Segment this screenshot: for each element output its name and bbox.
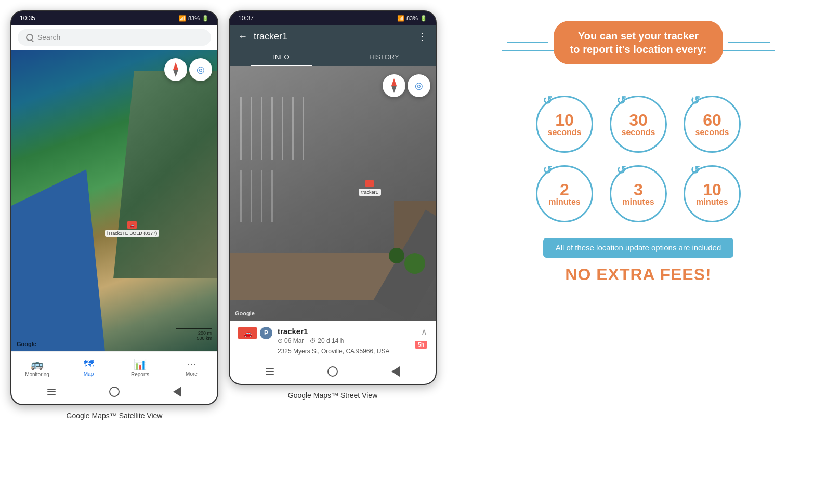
phone1-map[interactable]: ◎ 🚗 iTrack1TE BOLD (0177) Google 200 mi …: [11, 50, 217, 351]
clock-icon: ⊙: [278, 337, 283, 344]
phone1-bottom-nav: 🚌 Monitoring 🗺 Map 📊 Reports ··· More: [11, 351, 217, 381]
phone2-map[interactable]: tracker1 ◎ Google: [230, 66, 436, 321]
interval-arrow-60sec: ↺: [690, 94, 700, 108]
phone1-search-bar: Search: [11, 25, 217, 50]
tracker-address: 2325 Myers St, Oroville, CA 95966, USA: [278, 348, 415, 355]
menu-icon: [47, 389, 56, 395]
back2-triangle-icon: [391, 366, 400, 377]
included-text: All of these location update options are…: [556, 243, 721, 252]
parking-line: [271, 97, 273, 160]
more-dots-icon[interactable]: ⋮: [417, 30, 427, 43]
map-icon: 🗺: [84, 358, 94, 370]
parking-line: [261, 170, 262, 222]
tracker-car: 🚗: [127, 221, 137, 229]
google-watermark2: Google: [235, 310, 255, 316]
phone1-status-bar: 10:35 📶 83% 🔋: [11, 11, 217, 25]
back-triangle-icon: [173, 387, 181, 397]
menu2-line: [266, 368, 274, 369]
interval-number-2min: 2: [560, 181, 569, 198]
parking-line: [303, 97, 304, 160]
tab-info[interactable]: INFO: [230, 48, 333, 66]
phone1-compass[interactable]: [164, 58, 187, 81]
nav-map[interactable]: 🗺 Map: [63, 356, 114, 379]
interval-2min: ↺ 2 minutes: [536, 165, 593, 222]
phone2-status-bar: 10:37 📶 83% 🔋: [230, 11, 436, 25]
back-arrow-icon[interactable]: ←: [238, 31, 247, 42]
pin-badge: P: [260, 327, 272, 339]
nav-monitoring[interactable]: 🚌 Monitoring: [11, 356, 63, 379]
compass-icon: [173, 62, 178, 77]
phone1-caption: Google Maps™ Satellite View: [62, 405, 167, 426]
interval-number-10min: 10: [703, 181, 721, 198]
nav-more-label: More: [186, 371, 198, 377]
tracker-label2: tracker1: [359, 189, 381, 196]
promo-line-right: [723, 50, 775, 51]
interval-number-30sec: 30: [629, 112, 648, 128]
google-watermark: Google: [17, 341, 36, 347]
tracker-info-header: 🚗 P tracker1 ⊙ 06 Mar ⏱: [238, 327, 427, 355]
menu2-line: [266, 371, 274, 372]
scale-line: [176, 328, 212, 329]
parking-lot: [230, 66, 436, 321]
meta-uptime: ⏱ 20 d 14 h: [310, 337, 344, 344]
tracker-info-left: 🚗 P tracker1 ⊙ 06 Mar ⏱: [238, 327, 415, 355]
phone2-recents-button[interactable]: [389, 365, 402, 378]
phone1-frame: 10:35 📶 83% 🔋 Search: [10, 10, 218, 405]
phone2-home-button[interactable]: [326, 365, 339, 378]
interval-60sec: ↺ 60 seconds: [684, 96, 741, 153]
included-box: All of these location update options are…: [543, 238, 734, 258]
phone2-compass[interactable]: [383, 74, 405, 97]
phone1-location-button[interactable]: ◎: [189, 58, 212, 81]
tab-history-label: HISTORY: [369, 53, 399, 61]
tab-history[interactable]: HISTORY: [333, 48, 436, 66]
tracker-title: tracker1: [254, 31, 411, 42]
phone2-battery: 83%: [406, 15, 418, 21]
phone1-home-bar: [11, 381, 217, 404]
more-icon: ···: [187, 358, 196, 370]
phone2-location-button[interactable]: ◎: [408, 74, 430, 97]
nav-more[interactable]: ··· More: [166, 356, 217, 379]
home-button[interactable]: [108, 386, 121, 398]
scale-text1: 200 mi: [176, 330, 212, 336]
interval-number-60sec: 60: [703, 112, 721, 128]
map-scale: 200 mi 500 km: [176, 328, 212, 341]
interval-3min: ↺ 3 minutes: [610, 165, 667, 222]
interval-arrow-30sec: ↺: [616, 94, 626, 108]
menu2-icon: [266, 368, 274, 375]
tracker-marker[interactable]: 🚗 iTrack1TE BOLD (0177): [105, 221, 159, 237]
home-circle-icon: [109, 387, 120, 397]
battery-badge: 5h: [415, 341, 427, 349]
parking-line: [240, 170, 242, 222]
interval-unit-10sec: seconds: [548, 128, 582, 137]
promo-line-left: [502, 50, 554, 51]
collapse-icon[interactable]: ∧: [421, 327, 427, 337]
reports-icon: 📊: [134, 358, 147, 370]
interval-arrow-2min: ↺: [543, 164, 552, 177]
interval-unit-60sec: seconds: [695, 128, 729, 137]
meta-date: ⊙ 06 Mar: [278, 337, 304, 344]
interval-circle-2min: ↺ 2 minutes: [536, 165, 593, 222]
search-input-area[interactable]: Search: [18, 29, 211, 46]
intervals-grid: ↺ 10 seconds ↺ 30 seconds ↺ 60 seconds ↺…: [536, 96, 741, 222]
phone1-battery: 83%: [188, 15, 200, 21]
back-button[interactable]: [45, 386, 58, 398]
building: [230, 253, 396, 300]
phone1-status-icons: 📶 83% 🔋: [179, 15, 209, 22]
parking-line: [271, 170, 273, 222]
interval-30sec: ↺ 30 seconds: [610, 96, 667, 153]
interval-arrow-3min: ↺: [616, 164, 626, 177]
promo-title-line1: You can set your tracker: [578, 30, 699, 42]
nav-reports[interactable]: 📊 Reports: [114, 356, 166, 379]
tracker-date: 06 Mar: [284, 337, 304, 344]
compass2-south: [391, 86, 397, 93]
tracker-meta: ⊙ 06 Mar ⏱ 20 d 14 h: [278, 337, 415, 344]
location-icon: ◎: [196, 64, 205, 75]
phone2-back-button[interactable]: [264, 365, 276, 378]
phone2-tabs: INFO HISTORY: [230, 48, 436, 66]
parking-line: [292, 97, 294, 160]
tracker-car-image: 🚗: [238, 327, 257, 339]
menu-line: [47, 391, 56, 392]
recents-button[interactable]: [171, 386, 183, 398]
tracker-uptime: 20 d 14 h: [318, 337, 344, 344]
interval-arrow-10sec: ↺: [543, 94, 552, 108]
